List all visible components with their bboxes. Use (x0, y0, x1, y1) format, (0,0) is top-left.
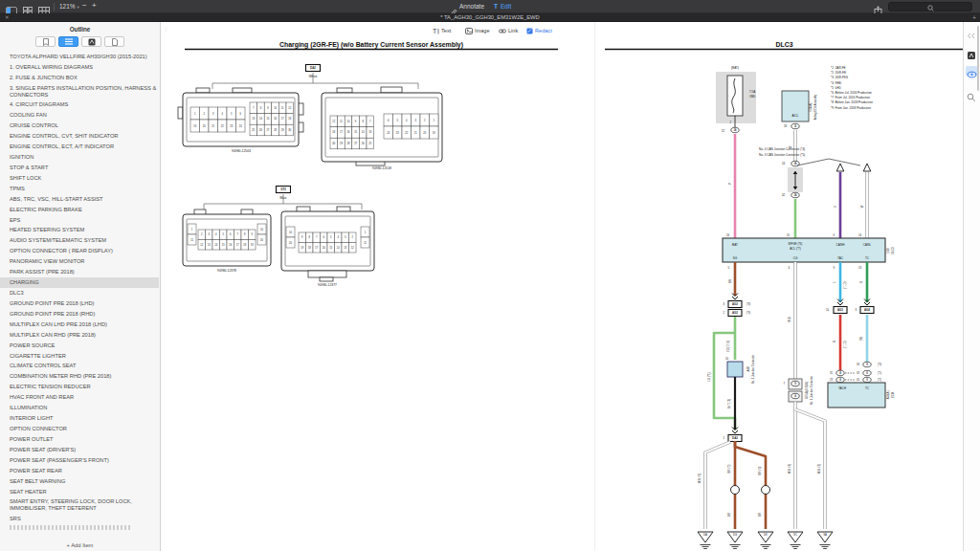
outline-item[interactable]: CLIMATE CONTROL SEAT (0, 361, 159, 371)
redact-tool-icon (526, 28, 533, 34)
outline-item[interactable]: COOLING FAN (0, 110, 159, 121)
outline-tab[interactable] (58, 36, 78, 47)
annotations-tab[interactable] (81, 36, 101, 47)
outline-list: TOYOTA ALPHARD VELLFIRE AH30/GH30 (2015-… (0, 52, 159, 538)
zoom-in-button[interactable]: + (92, 2, 97, 10)
outline-item[interactable]: PARK ASSIST (PRE 2018) (0, 267, 159, 277)
outline-item[interactable]: MULTIPLEX CAN LHD PRE 2018 (LHD) (0, 320, 159, 330)
outline-item[interactable]: 2. FUSE & JUNCTION BOX (0, 73, 159, 83)
outline-item[interactable]: ENGINE CONTROL, ECT, A/T INDICATOR (0, 142, 159, 152)
document-tab-title[interactable]: * TA_AGH30_GGH30_EM31W2E_EWD (0, 14, 980, 20)
search-input[interactable] (888, 2, 972, 11)
pdf-viewer-app: 121% ▾ − + Annotate T Edit ✕ * TA_AGH30_… (0, 0, 980, 551)
outline-item-clipped[interactable] (10, 525, 132, 530)
outline-item[interactable]: ABS, TRC, VSC, HILL-START ASSIST (0, 194, 159, 205)
page-icon (112, 38, 118, 46)
top-toolbar: 121% ▾ − + Annotate T Edit (0, 0, 980, 13)
outline-sidebar: Outline TOYOTA ALPHARD VELLFIRE AH30/GH3… (0, 22, 161, 551)
bookmarks-tab[interactable] (35, 36, 56, 47)
right-page-title: DLC3 (605, 41, 964, 48)
search-panel-icon[interactable] (967, 89, 976, 106)
outline-item[interactable]: 1. OVERALL WIRING DIAGRAMS (0, 62, 159, 73)
outline-item[interactable]: CRUISE CONTROL (0, 121, 159, 131)
outline-item[interactable]: POWER SEAT (DRIVER'S) (0, 445, 159, 455)
right-tool-rail (963, 22, 980, 551)
outline-item[interactable]: DLC3 (0, 288, 159, 298)
add-item-button[interactable]: + Add Item (0, 542, 160, 548)
outline-item[interactable]: EPS (0, 214, 159, 225)
outline-item[interactable]: AUDIO SYSTEM/TELEMATIC SYSTEM (0, 235, 159, 246)
panel-drag-handle[interactable]: ⋮ (163, 25, 168, 32)
outline-item-selected[interactable]: CHARGING (0, 277, 159, 288)
outline-item[interactable]: STOP & START (0, 163, 159, 173)
text-tool-button[interactable]: T Text (433, 27, 451, 34)
svg-text:T: T (433, 28, 437, 34)
link-tool-icon (499, 28, 506, 34)
bookmark-icon (43, 38, 49, 46)
outline-item[interactable]: SHIFT LOCK (0, 173, 159, 184)
outline-panel-title: Outline (0, 26, 160, 33)
outline-item[interactable]: 3. SINGLE PARTS INSTALLATION POSITION, H… (0, 83, 159, 99)
outline-item[interactable]: ELECTRIC TENSION REDUCER (0, 382, 159, 392)
outline-item[interactable]: TPMS (0, 184, 159, 194)
outline-item[interactable]: PANORAMIC VIEW MONITOR (0, 256, 159, 267)
outline-item[interactable]: POWER OUTLET (0, 434, 159, 445)
outline-item[interactable]: POWER SOURCE (0, 340, 159, 350)
annotations-panel-icon[interactable] (967, 47, 976, 64)
outline-item[interactable]: ILLUMINATION (0, 403, 159, 413)
outline-item[interactable]: ELECTRIC PARKING BRAKE (0, 204, 159, 214)
outline-item[interactable]: OPTION CONNECTOR (0, 424, 159, 434)
outline-item[interactable]: GROUND POINT PRE 2018 (RHD) (0, 309, 159, 320)
outline-item[interactable]: HVAC FRONT AND REAR (0, 392, 159, 403)
zoom-level-dropdown[interactable]: 121% ▾ (59, 3, 79, 11)
document-canvas[interactable] (161, 22, 963, 551)
thumbnails-tab[interactable] (104, 36, 124, 47)
outline-item[interactable]: INTERIOR LIGHT (0, 413, 159, 424)
outline-item[interactable]: HEATED STEERING SYSTEM (0, 225, 159, 235)
text-tool-icon: T (433, 28, 439, 34)
toolbar-divider (54, 3, 55, 11)
outline-item[interactable]: 4. CIRCUIT DIAGRAMS (0, 99, 159, 110)
outline-item[interactable]: MULTIPLEX CAN RHD (PRE 2018) (0, 330, 159, 341)
edit-button[interactable]: Edit (501, 3, 511, 11)
tab-bar: ✕ * TA_AGH30_GGH30_EM31W2E_EWD + (0, 13, 980, 22)
image-tool-icon (465, 28, 473, 34)
outline-item[interactable]: ENGINE CONTROL, CVT, SHIT INDICATOR (0, 131, 159, 142)
page-divider (594, 22, 595, 551)
outline-item[interactable]: GROUND POINT PRE 2018 (LHD) (0, 298, 159, 309)
redact-tool-button[interactable]: Redact (526, 27, 552, 34)
annotate-button[interactable]: Annotate (459, 3, 484, 11)
search-icon (927, 5, 934, 11)
outline-item[interactable]: COMBINATION METER RHD (PRE 2018) (0, 371, 159, 382)
outline-item[interactable]: POWER SEAT REAR (0, 466, 159, 476)
outline-item[interactable]: CIGARETTE LIGHTER (0, 350, 159, 361)
outline-item[interactable]: SRS (0, 514, 159, 524)
outline-item[interactable]: SMART ENTRY, STEERING LOCK, DOOR LOCK, I… (0, 496, 159, 513)
link-tool-button[interactable]: Link (499, 27, 518, 34)
collapse-panel-icon[interactable] (967, 26, 976, 43)
zoom-out-button[interactable]: − (82, 2, 87, 10)
outline-item[interactable]: SEAT HEATER (0, 486, 159, 496)
image-tool-button[interactable]: Image (465, 27, 490, 34)
sidebar-view-switcher (0, 36, 160, 47)
outline-list-icon (65, 38, 73, 45)
outline-item[interactable]: OPTION CONNECTOR ( REAR DISPLAY) (0, 246, 159, 256)
edit-mode-icon: T (494, 3, 498, 11)
outline-item[interactable]: TOYOTA ALPHARD VELLFIRE AH30/GH30 (2015-… (0, 52, 159, 62)
outline-item[interactable]: POWER SEAT (PASSENGER'S FRONT) (0, 455, 159, 466)
outline-item[interactable]: SEAT BELT WARNING (0, 475, 159, 486)
left-page-title: Charging (2GR-FE) (w/o Battery Current S… (185, 41, 558, 48)
annotations-icon (88, 38, 96, 46)
tab-add-icon[interactable]: + (972, 14, 976, 21)
outline-item[interactable]: IGNITION (0, 152, 159, 163)
scrollbar-thumb[interactable] (977, 26, 979, 91)
